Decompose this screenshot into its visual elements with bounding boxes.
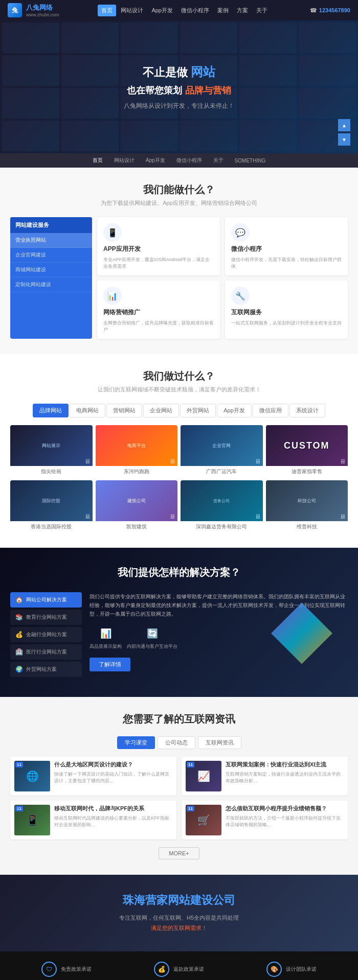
nav-cases[interactable]: 案例 — [214, 5, 232, 16]
portfolio-item-8[interactable]: 科技公司 🖥 维普科技 — [266, 480, 348, 532]
solution-title: 我们提供怎样的解决方案？ — [10, 566, 348, 579]
news-excerpt-3: 移动互联网时代品牌建设的核心要素分析，以及KPF指标对企业发展的影响... — [54, 815, 172, 829]
hero-brand: 品牌与营销 — [185, 85, 231, 96]
header: 兔 八兔网络 www.zhubii.com 首页 网站设计 App开发 微信小程… — [0, 0, 358, 20]
what-left-menu: 网站建设服务 营业执照网站 企业官网建设 商城网站建设 定制化网站建设 — [10, 217, 92, 339]
display-icon: 📊 — [96, 626, 116, 641]
marketing-icon: 📊 — [103, 287, 122, 305]
solution-menu-education[interactable]: 📚 教育行业网站方案 — [10, 610, 82, 625]
news-tab-study[interactable]: 学习课堂 — [117, 736, 155, 749]
foreign-icon: 🌍 — [15, 666, 23, 673]
finance-icon: 💰 — [15, 631, 23, 638]
hero-subtitle: 也在帮您策划 品牌与营销 — [124, 84, 234, 97]
medical-icon: 🏥 — [15, 648, 23, 656]
cta-section: 珠海营家网站建设公司 专注互联网，任何互联网、H5全内容是共同处理 满足您的互联… — [0, 875, 358, 951]
solution-layout: 🏠 网站公司解决方案 📚 教育行业网站方案 💰 金融行业网站方案 🏥 医疗行业网… — [10, 592, 348, 679]
shield-promise-icon: 🛡 — [41, 962, 57, 977]
cta-desc: 专注互联网，任何互联网、H5全内容是共同处理 满足您的互联网需求！ — [10, 913, 348, 934]
menu-item-1[interactable]: 营业执照网站 — [10, 233, 92, 248]
nav-home[interactable]: 首页 — [98, 5, 116, 16]
subnav-app[interactable]: App开发 — [143, 156, 168, 165]
news-title-1: 什么是大地区网页设计的建设？ — [54, 761, 172, 768]
news-body-4: 怎么借助互联网小程序提升业绩销售额？ 不按部就班的方法，介绍一个最新小程序如何提… — [226, 805, 344, 835]
service-marketing-name: 网络营销推广 — [103, 308, 140, 317]
portfolio-label-6: 凯智建筑 — [96, 521, 178, 532]
news-tab-internet[interactable]: 互联网资讯 — [198, 736, 241, 749]
subnav-about[interactable]: 关于 — [210, 156, 227, 165]
tab-corporate[interactable]: 企业网站 — [143, 404, 179, 417]
service-internet: 🔧 互联网服务 一站式互联网服务，从策划到设计到开发全程专业支持 — [225, 281, 348, 339]
website-icon: 🏠 — [15, 596, 23, 603]
service-app-name: APP应用开发 — [103, 245, 141, 253]
news-excerpt-1: 快速了解一下网页设计的基础入门知识，了解什么是网页设计，主要包含了哪些内容... — [54, 771, 172, 785]
portfolio-item-3[interactable]: 企业官网 🖥 广西广运汽车 — [181, 425, 263, 477]
solution-menu-finance[interactable]: 💰 金融行业网站方案 — [10, 627, 82, 642]
what-right-grid: 📱 APP应用开发 专业APP应用开发，覆盖iOS和Android平台，满足企业… — [97, 217, 348, 339]
hero-section: 不止是做 网站 也在帮您策划 品牌与营销 八兔网络从设计到开发，专注从未停止！ … — [0, 20, 358, 153]
what-title: 我们能做什么？ — [10, 183, 348, 197]
subnav-extra[interactable]: SOMETHING — [232, 157, 269, 165]
logo-area: 兔 八兔网络 www.zhubii.com — [8, 3, 59, 17]
phone-area: ☎ 1234567890 — [310, 7, 350, 14]
portfolio-item-6[interactable]: 建筑公司 🖥 凯智建筑 — [96, 480, 178, 532]
tab-ecommerce[interactable]: 电商网站 — [70, 404, 105, 417]
portfolio-item-1[interactable]: 网站展示 🖥 指尖绘画 — [10, 425, 93, 477]
news-title-4: 怎么借助互联网小程序提升业绩销售额？ — [226, 805, 344, 812]
solution-menu-website[interactable]: 🏠 网站公司解决方案 — [10, 592, 82, 608]
nav-about[interactable]: 关于 — [253, 5, 271, 16]
scroll-up[interactable]: ▲ — [338, 119, 350, 131]
nav-wechat[interactable]: 微信小程序 — [177, 5, 213, 16]
tab-foreign[interactable]: 外贸网站 — [180, 404, 216, 417]
feature-display: 📊 高品质展示架构 — [90, 626, 122, 650]
solution-menu-foreign[interactable]: 🌍 外贸网站方案 — [10, 662, 82, 677]
portfolio-grid: 网站展示 🖥 指尖绘画 电商平台 🖥 东河约跑跑 企业官网 🖥 广西广运汽车 C… — [10, 425, 348, 532]
custom-badge: CUSTOM — [284, 440, 330, 451]
promise-item-1: 🛡 免责政策承诺 — [41, 962, 92, 977]
tab-system[interactable]: 系统设计 — [289, 404, 325, 417]
wechat-icon: 💬 — [231, 223, 250, 242]
tab-marketing[interactable]: 营销网站 — [106, 404, 142, 417]
hero-scroll: ▲ ▼ — [338, 119, 350, 146]
portfolio-label-4: 迪普家指零售 — [266, 466, 348, 477]
service-internet-desc: 一站式互联网服务，从策划到设计到开发全程专业支持 — [231, 320, 342, 326]
news-excerpt-2: 互联网营销方案制定，快速行业渗透达到业内主流水平的有效策略分析... — [226, 771, 344, 785]
design-promise-icon: 🎨 — [266, 962, 282, 977]
nav-solutions[interactable]: 方案 — [233, 5, 252, 16]
news-thumb-1: 11 🌐 — [14, 761, 50, 791]
scroll-down[interactable]: ▼ — [338, 133, 350, 146]
menu-item-2[interactable]: 企业官网建设 — [10, 248, 92, 263]
portfolio-item-4[interactable]: CUSTOM 🖥 迪普家指零售 — [266, 425, 348, 477]
service-internet-name: 互联网服务 — [231, 308, 262, 317]
tab-brand[interactable]: 品牌网站 — [33, 404, 69, 417]
app-icon: 📱 — [103, 223, 122, 242]
service-marketing-desc: 全网整合营销推广，提升品牌曝光度，获取精准目标客户 — [103, 320, 214, 333]
main-nav: 首页 网站设计 App开发 微信小程序 案例 方案 关于 — [98, 5, 271, 16]
news-tab-company[interactable]: 公司动态 — [158, 736, 195, 749]
portfolio-item-5[interactable]: 国际控股 🖥 香港当选国际控股 — [10, 480, 93, 532]
nav-app[interactable]: App开发 — [148, 5, 176, 16]
news-section: 您需要了解的互联网资讯 学习课堂 公司动态 互联网资讯 11 🌐 什么是大地区网… — [0, 697, 358, 875]
subnav-home[interactable]: 首页 — [90, 156, 106, 165]
tab-wechat-app[interactable]: 微信应用 — [253, 404, 288, 417]
cta-highlight: 满足您的互联网需求！ — [151, 925, 207, 931]
tab-app[interactable]: App开发 — [217, 404, 252, 417]
portfolio-label-5: 香港当选国际控股 — [10, 521, 93, 532]
subnav-wechat[interactable]: 微信小程序 — [173, 156, 205, 165]
learn-more-button[interactable]: 了解详情 — [90, 658, 130, 671]
service-app: 📱 APP应用开发 专业APP应用开发，覆盖iOS和Android平台，满足企业… — [97, 217, 220, 275]
promise-text-1: 免责政策承诺 — [61, 966, 92, 973]
menu-item-4[interactable]: 定制化网站建设 — [10, 277, 92, 292]
subnav-design[interactable]: 网站设计 — [111, 156, 138, 165]
what-left-title: 网站建设服务 — [10, 217, 92, 233]
portfolio-item-2[interactable]: 电商平台 🖥 东河约跑跑 — [96, 425, 178, 477]
solution-content: 我们公司提供专业的互联网解决方案，能够帮助客户建立完整的网络营销体系。我们的团队… — [90, 592, 348, 671]
portfolio-item-7[interactable]: 货务公司 🖥 深圳鑫达货务有限公司 — [181, 480, 263, 532]
nav-design[interactable]: 网站设计 — [117, 5, 147, 16]
more-button[interactable]: MORE+ — [159, 847, 199, 859]
solution-menu-medical[interactable]: 🏥 医疗行业网站方案 — [10, 644, 82, 660]
cta-company: 珠海营家网站建设公司 — [10, 893, 348, 908]
menu-item-3[interactable]: 商城网站建设 — [10, 263, 92, 277]
portfolio-label-1: 指尖绘画 — [10, 466, 93, 477]
what-sub: 为您下载提供网站建设、App应用开发、网络营销综合网络公司 — [10, 199, 348, 207]
news-tabs: 学习课堂 公司动态 互联网资讯 — [10, 736, 348, 749]
